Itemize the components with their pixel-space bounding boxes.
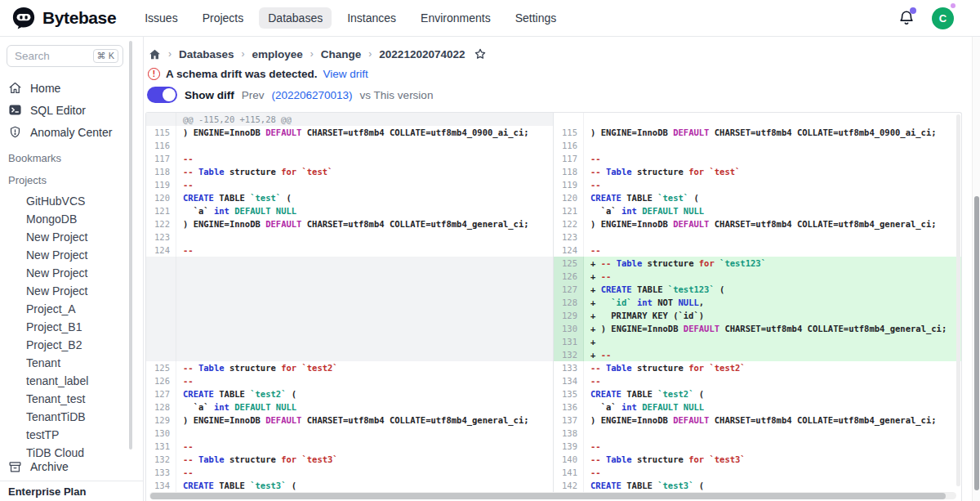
nav-item-databases[interactable]: Databases	[259, 7, 332, 29]
line-number: 118	[146, 165, 176, 178]
project-item-project_b2[interactable]: Project_B2	[0, 336, 143, 354]
code-line: CREATE TABLE `test2` (	[176, 387, 553, 400]
breadcrumb-change[interactable]: Change	[321, 48, 362, 60]
code-line: +	[584, 335, 962, 348]
nav-item-environments[interactable]: Environments	[412, 7, 500, 29]
diff-row: 122) ENGINE=InnoDB DEFAULT CHARSET=utf8m…	[146, 217, 553, 230]
code-line	[176, 427, 553, 440]
line-number: 128	[146, 400, 176, 414]
project-item-project_b1[interactable]: Project_B1	[0, 318, 143, 336]
project-item-tenant[interactable]: Tenant	[0, 354, 143, 372]
line-number: 126	[554, 270, 584, 283]
notification-badge	[910, 7, 916, 14]
nav-item-settings[interactable]: Settings	[506, 7, 566, 29]
navbar-right: C	[898, 7, 969, 29]
project-item-new-project[interactable]: New Project	[0, 228, 143, 246]
line-number: 130	[146, 427, 176, 440]
line-number: 134	[146, 479, 176, 492]
code-line: CREATE TABLE `test` (	[584, 191, 962, 204]
top-navbar: Bytebase IssuesProjectsDatabasesInstance…	[0, 0, 980, 37]
diff-row: 129+ PRIMARY KEY (`id`)	[554, 309, 962, 322]
diff-row: 135CREATE TABLE `test2` (	[554, 387, 962, 400]
code-line: + PRIMARY KEY (`id`)	[584, 309, 962, 322]
diff-row: 118-- Table structure for `test`	[554, 165, 962, 178]
line-number: 118	[554, 165, 584, 178]
project-item-tenanttidb[interactable]: TenantTiDB	[0, 408, 143, 426]
project-item-project_a[interactable]: Project_A	[0, 300, 143, 318]
sidebar-item-sql-editor[interactable]: SQL Editor	[0, 99, 143, 121]
line-number: 120	[146, 191, 176, 204]
code-line: ) ENGINE=InnoDB DEFAULT CHARSET=utf8mb4 …	[584, 126, 962, 139]
line-number: 132	[146, 453, 176, 466]
code-line: `a` int DEFAULT NULL	[584, 204, 962, 217]
code-line: --	[584, 244, 962, 257]
brand[interactable]: Bytebase	[11, 7, 116, 29]
code-line: --	[584, 152, 962, 165]
nav-item-instances[interactable]: Instances	[338, 7, 405, 29]
diff-row: 119--	[554, 178, 962, 191]
project-item-tenant_test[interactable]: Tenant_test	[0, 390, 143, 408]
diff-row: 124--	[554, 244, 962, 257]
diff-vertical-scrollbar[interactable]	[956, 114, 960, 486]
home-icon[interactable]	[149, 48, 161, 60]
diff-row: 123	[146, 230, 553, 244]
code-line: + `id` int NOT NULL,	[584, 296, 962, 309]
code-line	[584, 427, 962, 440]
diff-row: 130+ ) ENGINE=InnoDB DEFAULT CHARSET=utf…	[554, 322, 962, 335]
nav-item-projects[interactable]: Projects	[194, 7, 253, 29]
line-number	[146, 348, 176, 361]
sidebar-section-projects: Projects	[0, 174, 143, 187]
breadcrumb-databases[interactable]: Databases	[179, 48, 234, 60]
line-number: 121	[554, 204, 584, 217]
page-scrollbar-thumb[interactable]	[974, 196, 979, 490]
code-line	[176, 139, 553, 152]
horizontal-scrollbar-thumb[interactable]	[150, 493, 946, 499]
nav-item-issues[interactable]: Issues	[136, 7, 186, 29]
view-drift-link[interactable]: View drift	[323, 68, 368, 80]
code-line: ) ENGINE=InnoDB DEFAULT CHARSET=utf8mb4 …	[176, 414, 553, 427]
diff-row	[146, 322, 553, 335]
sidebar-item-home[interactable]: Home	[0, 77, 143, 99]
code-line: -- Table structure for `test3`	[176, 453, 553, 466]
archive-label: Archive	[30, 460, 69, 473]
project-item-testtp[interactable]: testTP	[0, 426, 143, 444]
home-icon	[8, 81, 22, 95]
diff-row: 117--	[554, 152, 962, 165]
code-line: -- Table structure for `test2`	[176, 361, 553, 374]
line-number	[146, 296, 176, 309]
notifications-button[interactable]	[898, 9, 915, 27]
sidebar-scrollbar[interactable]	[129, 41, 132, 450]
project-item-githubvcs[interactable]: GitHubVCS	[0, 192, 143, 210]
diff-row: 118-- Table structure for `test`	[146, 165, 553, 178]
project-item-new-project[interactable]: New Project	[0, 282, 143, 300]
diff-panes: @@ -115,20 +115,28 @@115) ENGINE=InnoDB …	[146, 113, 961, 492]
sidebar-item-archive[interactable]: Archive	[0, 456, 143, 477]
project-item-new-project[interactable]: New Project	[0, 264, 143, 282]
avatar[interactable]: C	[932, 7, 954, 29]
page-scrollbar[interactable]	[972, 37, 980, 501]
star-icon[interactable]	[474, 47, 487, 60]
horizontal-scrollbar[interactable]	[149, 492, 956, 499]
search-input[interactable]: Search ⌘ K	[7, 45, 123, 67]
code-line: @@ -115,20 +115,28 @@	[176, 113, 553, 126]
breadcrumb-version: 20221202074022	[379, 48, 465, 60]
project-item-new-project[interactable]: New Project	[0, 246, 143, 264]
line-number: 121	[146, 204, 176, 217]
diff-row: 134--	[554, 374, 962, 387]
search-shortcut: ⌘ K	[93, 49, 118, 63]
line-number: 124	[146, 244, 176, 257]
project-item-mongodb[interactable]: MongoDB	[0, 210, 143, 228]
show-diff-toggle[interactable]	[147, 87, 177, 103]
diff-row	[146, 335, 553, 348]
diff-row: 139--	[554, 440, 962, 453]
project-item-tenant_label[interactable]: tenant_label	[0, 372, 143, 390]
diff-row: 125-- Table structure for `test2`	[146, 361, 553, 374]
breadcrumb-employee[interactable]: employee	[252, 48, 303, 60]
prev-version-link[interactable]: (202206270013)	[272, 89, 353, 101]
line-number	[146, 322, 176, 335]
diff-row	[146, 270, 553, 283]
sidebar-item-anomaly-center[interactable]: Anomaly Center	[0, 121, 143, 143]
code-line: + -- Table structure for `test123`	[584, 257, 962, 270]
diff-row: 142CREATE TABLE `test3` (	[554, 479, 962, 492]
diff-row	[554, 113, 962, 126]
